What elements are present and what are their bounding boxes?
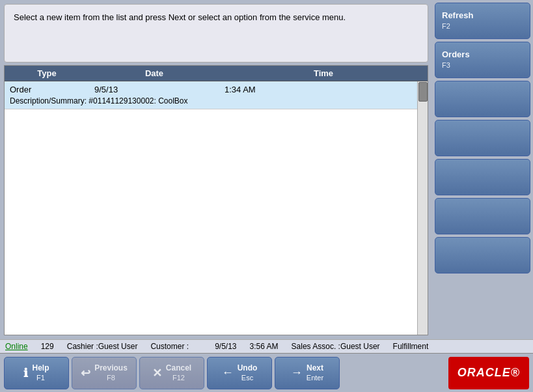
undo-button[interactable]: ← Undo Esc <box>207 357 272 389</box>
sidebar-btn-3 <box>435 81 530 117</box>
col-header-date: Date <box>89 66 219 81</box>
help-icon: ℹ <box>23 366 28 380</box>
fulfillment-status: Fulfillment <box>393 342 429 351</box>
scroll-thumb[interactable] <box>418 82 428 102</box>
sidebar-btn-7 <box>435 237 530 273</box>
row-description: Description/Summary: #01141129130002: Co… <box>10 96 412 107</box>
cancel-label: Cancel <box>166 363 191 374</box>
row-date: 9/5/13 <box>94 83 225 96</box>
data-table: Type Date Time Order 9/5/13 1:34 AM Desc… <box>4 65 428 335</box>
instruction-box: Select a new item from the list and pres… <box>4 4 428 63</box>
table-row[interactable]: Order 9/5/13 1:34 AM Description/Summary… <box>5 81 417 109</box>
customer-info: Customer : <box>150 342 189 351</box>
row-type: Order <box>10 83 94 96</box>
status-bar: Online 129 Cashier :Guest User Customer … <box>0 339 533 353</box>
orders-label: Orders <box>442 49 470 61</box>
col-header-time: Time <box>219 66 428 81</box>
status-date: 9/5/13 <box>215 342 236 351</box>
sidebar-btn-5 <box>435 159 530 195</box>
scrollbar[interactable] <box>417 81 428 335</box>
cancel-icon: ✕ <box>152 366 162 380</box>
back-label: Previous <box>94 363 128 374</box>
sidebar-btn-6 <box>435 198 530 234</box>
oracle-text: ORACLE <box>458 366 511 380</box>
back-icon: ↩ <box>81 366 90 380</box>
undo-icon: ← <box>222 366 234 380</box>
cancel-button[interactable]: ✕ Cancel F12 <box>139 357 204 389</box>
back-button[interactable]: ↩ Previous F8 <box>72 357 137 389</box>
undo-key: Esc <box>241 373 253 382</box>
instruction-text: Select a new item from the list and pres… <box>14 12 346 22</box>
table-body: Order 9/5/13 1:34 AM Description/Summary… <box>5 81 417 335</box>
col-header-type: Type <box>5 66 89 81</box>
next-icon: → <box>291 366 303 380</box>
next-button[interactable]: → Next Enter <box>275 357 340 389</box>
right-sidebar: Refresh F2 Orders F3 <box>432 0 533 339</box>
terminal-number: 129 <box>41 342 54 351</box>
next-key: Enter <box>307 373 323 382</box>
orders-button[interactable]: Orders F3 <box>435 42 530 78</box>
orders-key: F3 <box>442 61 450 70</box>
help-label: Help <box>32 363 49 374</box>
help-button[interactable]: ℹ Help F1 <box>4 357 69 389</box>
sales-assoc-info: Sales Assoc. :Guest User <box>292 342 380 351</box>
sidebar-btn-4 <box>435 120 530 156</box>
help-key: F1 <box>36 373 45 382</box>
row-time: 1:34 AM <box>225 83 412 96</box>
refresh-key: F2 <box>442 21 450 31</box>
back-key: F8 <box>107 373 115 382</box>
cashier-info: Cashier :Guest User <box>67 342 138 351</box>
online-status[interactable]: Online <box>5 342 28 351</box>
refresh-label: Refresh <box>442 10 473 21</box>
bottom-toolbar: ℹ Help F1 ↩ Previous F8 ✕ Cancel F12 ← U… <box>0 353 533 392</box>
undo-label: Undo <box>238 363 258 374</box>
next-label: Next <box>307 363 323 374</box>
status-time: 3:56 AM <box>250 342 279 351</box>
refresh-button[interactable]: Refresh F2 <box>435 3 530 39</box>
oracle-logo: ORACLE® <box>448 357 529 389</box>
table-header: Type Date Time <box>5 66 428 81</box>
cancel-key: F12 <box>172 373 185 382</box>
